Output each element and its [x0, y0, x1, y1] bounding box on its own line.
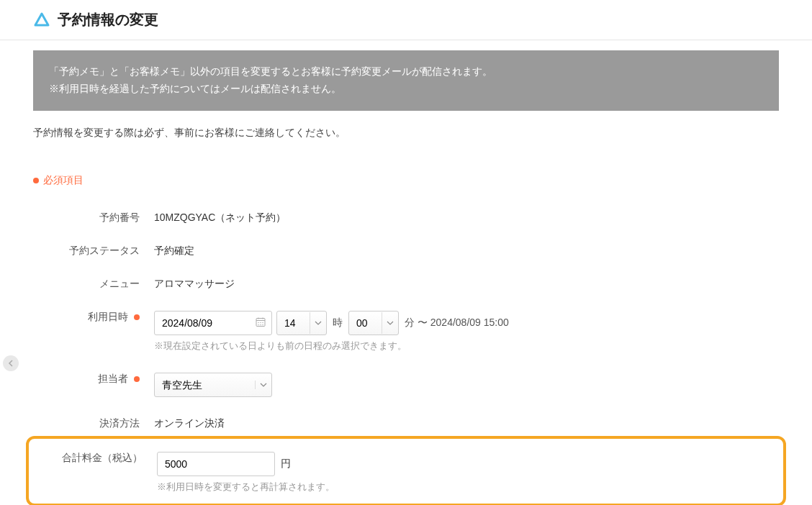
- label-staff-text: 担当者: [98, 373, 128, 386]
- row-reservation-status: 予約ステータス 予約確定: [33, 233, 779, 266]
- amount-wrap: 円: [157, 452, 776, 476]
- row-datetime: 利用日時 14: [33, 299, 779, 361]
- required-indicator: 必須項目: [33, 174, 779, 187]
- banner-line-2: ※利用日時を経過した予約についてはメールは配信されません。: [49, 81, 763, 98]
- banner-line-1: 「予約メモ」と「お客様メモ」以外の項目を変更するとお客様に予約変更メールが配信さ…: [49, 63, 763, 81]
- required-dot-icon: [33, 178, 39, 183]
- date-input[interactable]: [154, 311, 272, 335]
- value-menu: アロママッサージ: [154, 275, 779, 291]
- row-staff: 担当者 青空先生: [33, 361, 779, 406]
- content-area: 「予約メモ」と「お客様メモ」以外の項目を変更するとお客様に予約変更メールが配信さ…: [0, 40, 812, 505]
- hour-select-wrap: 14: [276, 311, 327, 335]
- value-total: 円 ※利用日時を変更すると再計算されます。: [157, 449, 776, 493]
- minute-select-wrap: 00: [348, 311, 399, 335]
- required-dot-icon: [134, 314, 140, 320]
- instruction-text: 予約情報を変更する際は必ず、事前にお客様にご連絡してください。: [33, 127, 779, 140]
- value-payment: オンライン決済: [154, 414, 779, 430]
- hour-unit: 時: [333, 317, 343, 329]
- end-datetime-text: 分 〜 2024/08/09 15:00: [405, 317, 509, 329]
- row-menu: メニュー アロママッサージ: [33, 266, 779, 299]
- page-header: 予約情報の変更: [0, 0, 812, 40]
- logo-triangle-icon: [33, 12, 50, 29]
- date-input-wrap: [154, 311, 272, 335]
- total-input[interactable]: [157, 452, 275, 476]
- staff-select[interactable]: 青空先生: [154, 373, 272, 397]
- form-table: 予約番号 10MZQGYAC（ネット予約） 予約ステータス 予約確定 メニュー …: [33, 200, 779, 505]
- highlighted-total-section: 合計料金（税込） 円 ※利用日時を変更すると再計算されます。: [26, 436, 786, 505]
- value-reservation-number: 10MZQGYAC（ネット予約）: [154, 209, 779, 224]
- minute-select[interactable]: 00: [348, 311, 399, 335]
- label-datetime: 利用日時: [33, 308, 154, 324]
- required-dot-icon: [134, 376, 140, 382]
- staff-select-wrap: 青空先生: [154, 379, 272, 391]
- label-total: 合計料金（税込）: [36, 449, 157, 465]
- value-reservation-status: 予約確定: [154, 242, 779, 258]
- datetime-controls: 14 時 00 分 〜: [154, 311, 779, 335]
- currency-label: 円: [281, 458, 291, 470]
- value-staff: 青空先生: [154, 370, 779, 397]
- hour-select[interactable]: 14: [276, 311, 327, 335]
- value-datetime: 14 時 00 分 〜: [154, 308, 779, 352]
- label-payment: 決済方法: [33, 414, 154, 430]
- row-reservation-number: 予約番号 10MZQGYAC（ネット予約）: [33, 200, 779, 233]
- notice-banner: 「予約メモ」と「お客様メモ」以外の項目を変更するとお客様に予約変更メールが配信さ…: [33, 50, 779, 111]
- back-caret-button[interactable]: [3, 355, 19, 371]
- row-total: 合計料金（税込） 円 ※利用日時を変更すると再計算されます。: [29, 446, 783, 496]
- label-reservation-number: 予約番号: [33, 209, 154, 224]
- label-menu: メニュー: [33, 275, 154, 291]
- datetime-hint: ※現在設定されている日よりも前の日程のみ選択できます。: [154, 340, 779, 352]
- total-hint: ※利用日時を変更すると再計算されます。: [157, 481, 776, 493]
- required-label: 必須項目: [43, 174, 84, 187]
- row-payment: 決済方法 オンライン決済: [33, 406, 779, 439]
- label-staff: 担当者: [33, 370, 154, 386]
- label-reservation-status: 予約ステータス: [33, 242, 154, 258]
- label-datetime-text: 利用日時: [88, 311, 128, 324]
- page-title: 予約情報の変更: [58, 10, 158, 29]
